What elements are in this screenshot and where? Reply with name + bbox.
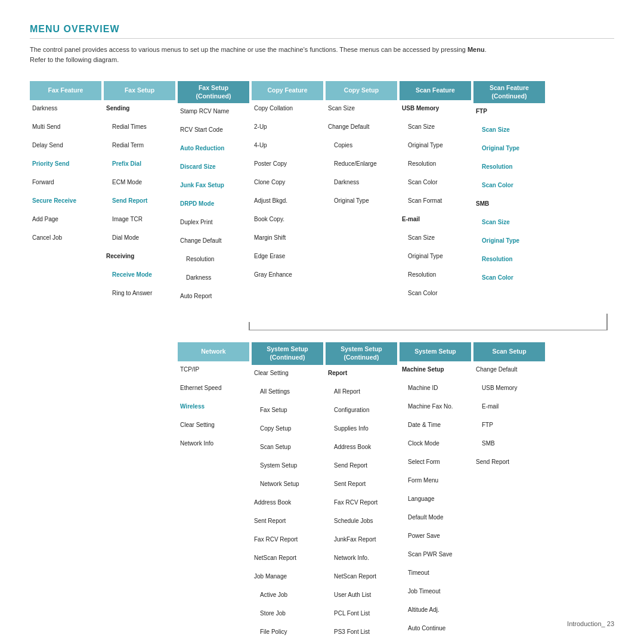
menu-item: Change Default bbox=[328, 122, 395, 132]
menu-col: System SetupMachine SetupMachine IDMachi… bbox=[400, 342, 471, 644]
menu-item: Secure Receive bbox=[32, 196, 99, 206]
menu-col: System Setup (Continued)ReportAll Report… bbox=[326, 342, 397, 644]
connector-svg bbox=[30, 314, 626, 330]
menu-item: Copy Setup bbox=[254, 424, 321, 434]
menu-item: Scan Color bbox=[402, 289, 469, 298]
menu-col: Scan Feature (Continued)FTPScan SizeOrig… bbox=[473, 81, 545, 295]
col-header: Fax Setup (Continued) bbox=[178, 81, 249, 103]
col-body: Clear SettingAll SettingsFax SetupCopy S… bbox=[252, 365, 323, 644]
menu-item: Form Menu bbox=[402, 476, 469, 485]
menu-col: System Setup (Continued)Clear SettingAll… bbox=[252, 342, 323, 644]
menu-item: Dial Mode bbox=[106, 233, 173, 243]
menu-col: Copy FeatureCopy Collation2-Up4-UpPoster… bbox=[252, 81, 323, 292]
menu-item: Forward bbox=[32, 178, 99, 187]
col-body: Scan SizeChange DefaultCopiesReduce/Enla… bbox=[326, 100, 397, 218]
menu-item: Date & Time bbox=[402, 420, 469, 430]
menu-item: ECM Mode bbox=[106, 178, 173, 187]
menu-item: Clear Setting bbox=[254, 369, 321, 378]
menu-item: Address Book bbox=[328, 442, 395, 452]
menu-item: Configuration bbox=[328, 405, 395, 415]
menu-section: Fax FeatureDarknessMulti SendDelay SendP… bbox=[30, 81, 614, 644]
menu-item: Resolution bbox=[180, 255, 247, 264]
menu-item: Resolution bbox=[476, 162, 543, 172]
menu-item: Resolution bbox=[402, 270, 469, 280]
menu-item: Altitude Adj. bbox=[402, 605, 469, 615]
menu-item: User Auth List bbox=[328, 590, 395, 600]
menu-item: Network Setup bbox=[254, 479, 321, 489]
menu-item: Power Save bbox=[402, 531, 469, 541]
menu-item: Scan PWR Save bbox=[402, 550, 469, 559]
menu-item: Default Mode bbox=[402, 513, 469, 522]
menu-item: Original Type bbox=[402, 252, 469, 261]
menu-item: SMB bbox=[476, 439, 543, 448]
col-header: Fax Feature bbox=[30, 81, 101, 100]
menu-item: Select Form bbox=[402, 457, 469, 467]
menu-col: Fax Setup (Continued)Stamp RCV NameRCV S… bbox=[178, 81, 249, 314]
col-body: Change DefaultUSB MemoryE-mailFTPSMBSend… bbox=[473, 361, 545, 479]
menu-item: Wireless bbox=[180, 402, 247, 411]
menu-item: Darkness bbox=[328, 178, 395, 187]
col-body: Copy Collation2-Up4-UpPoster CopyClone C… bbox=[252, 100, 323, 292]
menu-item: Change Default bbox=[476, 365, 543, 374]
menu-item: Clone Copy bbox=[254, 178, 321, 187]
menu-item: Active Job bbox=[254, 590, 321, 600]
menu-item: Multi Send bbox=[32, 122, 99, 132]
col-header: System Setup bbox=[400, 342, 471, 361]
menu-item: Ethernet Speed bbox=[180, 383, 247, 393]
menu-item: Job Manage bbox=[254, 572, 321, 581]
menu-item: Report bbox=[328, 369, 395, 378]
menu-item: Change Default bbox=[180, 236, 247, 246]
menu-item: Resolution bbox=[476, 255, 543, 264]
menu-item: Scan Size bbox=[328, 104, 395, 113]
menu-item: E-mail bbox=[402, 215, 469, 224]
menu-item: Add Page bbox=[32, 215, 99, 224]
menu-item: Timeout bbox=[402, 568, 469, 578]
page-title: MENU OVERVIEW bbox=[30, 24, 614, 35]
menu-item: Redial Times bbox=[106, 122, 173, 132]
menu-item: FTP bbox=[476, 107, 543, 116]
col-header: Copy Feature bbox=[252, 81, 323, 100]
top-row: Fax FeatureDarknessMulti SendDelay SendP… bbox=[30, 81, 614, 314]
menu-col: Fax FeatureDarknessMulti SendDelay SendP… bbox=[30, 81, 101, 255]
col-body: FTPScan SizeOriginal TypeResolutionScan … bbox=[473, 103, 545, 295]
menu-item: Machine Fax No. bbox=[402, 402, 469, 411]
menu-item: Ring to Answer bbox=[106, 289, 173, 298]
page-footer: Introduction_ 23 bbox=[567, 620, 614, 627]
menu-item: Scan Size bbox=[402, 122, 469, 132]
menu-item: Book Copy. bbox=[254, 215, 321, 224]
menu-col: Copy SetupScan SizeChange DefaultCopiesR… bbox=[326, 81, 397, 218]
menu-item: Darkness bbox=[180, 273, 247, 283]
menu-item: E-mail bbox=[476, 402, 543, 411]
menu-item: Priority Send bbox=[32, 159, 99, 169]
menu-item: Scan Color bbox=[476, 181, 543, 190]
menu-item: SMB bbox=[476, 199, 543, 209]
menu-item: Margin Shift bbox=[254, 233, 321, 243]
menu-item: Schedule Jobs bbox=[328, 516, 395, 526]
menu-item: Sending bbox=[106, 104, 173, 113]
menu-item: Network Info bbox=[180, 439, 247, 448]
menu-item: System Setup bbox=[254, 461, 321, 470]
menu-item: Store Job bbox=[254, 609, 321, 618]
menu-item: Reduce/Enlarge bbox=[328, 159, 395, 169]
menu-item: Sent Report bbox=[328, 479, 395, 489]
menu-item: Send Report bbox=[328, 461, 395, 470]
col-header: Scan Feature (Continued) bbox=[473, 81, 545, 103]
menu-item: Duplex Print bbox=[180, 218, 247, 227]
menu-col: Scan SetupChange DefaultUSB MemoryE-mail… bbox=[473, 342, 545, 479]
title-divider bbox=[30, 38, 614, 39]
menu-item: Image TCR bbox=[106, 215, 173, 224]
menu-item: Scan Size bbox=[476, 125, 543, 135]
menu-item: PS3 Font List bbox=[328, 627, 395, 637]
col-header: Scan Setup bbox=[473, 342, 545, 361]
col-body: USB MemoryScan SizeOriginal TypeResoluti… bbox=[400, 100, 471, 311]
col-body: SendingRedial TimesRedial TermPrefix Dia… bbox=[104, 100, 175, 311]
menu-item: Scan Color bbox=[476, 273, 543, 283]
menu-item: Original Type bbox=[476, 236, 543, 246]
menu-item: Auto Reduction bbox=[180, 144, 247, 153]
menu-item: 2-Up bbox=[254, 122, 321, 132]
intro-bold: Menu bbox=[467, 46, 485, 53]
menu-item: Send Report bbox=[106, 196, 173, 206]
page: MENU OVERVIEW The control panel provides… bbox=[0, 0, 644, 644]
menu-item: Fax Setup bbox=[254, 405, 321, 415]
menu-item: JunkFax Report bbox=[328, 535, 395, 544]
